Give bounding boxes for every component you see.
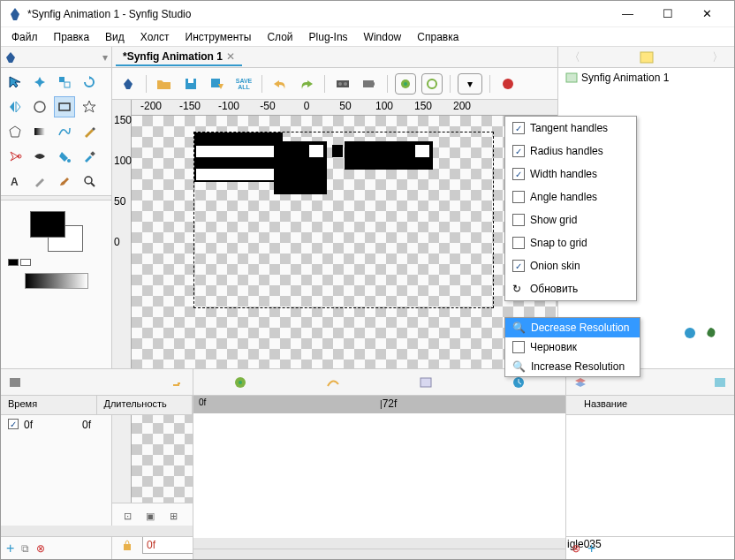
open-button[interactable] (154, 73, 175, 95)
draw-tool[interactable] (79, 121, 100, 142)
sketch-tool[interactable] (29, 170, 50, 192)
svg-point-16 (344, 82, 347, 86)
increase-resolution-item[interactable]: 🔍 Increase Resolution (505, 357, 640, 376)
refresh-item[interactable]: ↻Обновить (505, 277, 636, 300)
nav-next-icon[interactable]: 〉 (707, 49, 729, 65)
menu-file[interactable]: Файл (4, 29, 45, 45)
panel-menu-icon[interactable]: ▾ (102, 51, 108, 64)
close-tab-icon[interactable]: ✕ (226, 50, 235, 63)
menu-canvas[interactable]: Холст (133, 29, 177, 45)
onion-prev-button[interactable] (395, 73, 416, 95)
rectangle-layer-1[interactable] (274, 141, 327, 194)
nav-tab-icon[interactable] (640, 51, 654, 64)
rectangle-layer-3[interactable] (194, 132, 283, 182)
titlebar: *Synfig Animation 1 - Synfig Studio — ☐ … (1, 1, 734, 27)
record-button[interactable] (497, 73, 519, 95)
fill-tool[interactable] (54, 146, 75, 167)
fill-color-swatch[interactable] (30, 211, 65, 238)
width-handles-check[interactable]: ✓Width handles (505, 163, 636, 185)
close-button[interactable]: ✕ (687, 2, 727, 26)
preview-button[interactable] (359, 73, 380, 95)
rectangle-layer-2[interactable] (345, 141, 433, 170)
onion-skin-check[interactable]: ✓Onion skin (505, 254, 636, 277)
saveall-button[interactable]: SAVE ALL (233, 73, 254, 95)
key-tab-icon[interactable] (171, 376, 186, 389)
nav-prev-icon[interactable]: 〈 (564, 49, 586, 65)
default-white-swatch[interactable] (20, 259, 31, 266)
col-name[interactable]: Название (566, 396, 734, 415)
eyedrop-tool[interactable] (79, 146, 100, 167)
options-dropdown-button[interactable]: ▾ (458, 73, 482, 95)
menubar: Файл Правка Вид Холст Инструменты Слой P… (1, 27, 734, 47)
gradient-swatch[interactable] (25, 273, 88, 289)
layers-tab-icon[interactable] (573, 376, 587, 389)
smooth-move-tool[interactable] (29, 72, 50, 93)
gradient-tool[interactable] (29, 121, 50, 142)
keyframe-row[interactable]: ✓ 0f 0f (1, 415, 193, 435)
menu-plugins[interactable]: Plug-Ins (302, 29, 355, 45)
default-black-swatch[interactable] (8, 259, 19, 266)
view-options-popup: ✓Tangent handles ✓Radius handles ✓Width … (504, 116, 637, 301)
menu-help[interactable]: Справка (410, 29, 466, 45)
menu-window[interactable]: Window (357, 29, 409, 45)
params-tab-icon[interactable] (683, 326, 697, 340)
del-kf-icon[interactable]: ⊗ (36, 542, 45, 555)
menu-edit[interactable]: Правка (47, 29, 97, 45)
col-time[interactable]: Время (1, 396, 97, 414)
sets-tab-icon[interactable] (713, 376, 727, 389)
canvas-menu-icon[interactable] (117, 73, 139, 95)
menu-tools[interactable]: Инструменты (178, 29, 259, 45)
window-title: *Synfig Animation 1 - Synfig Studio (27, 8, 608, 20)
text-tool[interactable]: A (4, 170, 26, 192)
params-tab2-icon[interactable] (233, 375, 247, 390)
nav-file-entry[interactable]: Synfig Animation 1 (558, 68, 734, 87)
onion-next-button[interactable] (421, 73, 443, 95)
add-layer-icon[interactable]: + (587, 541, 595, 556)
document-tab[interactable]: *Synfig Animation 1 ✕ (116, 49, 242, 66)
star-tool[interactable] (79, 96, 100, 117)
rectangle-tool[interactable] (54, 96, 75, 117)
spline-tool[interactable] (54, 121, 75, 142)
cutout-tool[interactable] (4, 146, 26, 167)
redo-button[interactable] (296, 73, 317, 95)
mirror-tool[interactable] (4, 96, 26, 117)
timetrack-area[interactable] (193, 413, 565, 538)
menu-view[interactable]: Вид (98, 29, 132, 45)
del-layer-icon[interactable]: ⊗ (572, 542, 580, 555)
menu-layer[interactable]: Слой (260, 29, 299, 45)
render-button[interactable] (332, 73, 353, 95)
synfig-tab-icon[interactable] (4, 51, 17, 64)
snap-grid-check[interactable]: Snap to grid (505, 231, 636, 254)
maximize-button[interactable]: ☐ (648, 2, 687, 26)
save-button[interactable] (180, 73, 201, 95)
brush-tool[interactable] (54, 170, 75, 192)
tangent-handles-check[interactable]: ✓Tangent handles (505, 117, 636, 140)
draft-item[interactable]: Черновик (505, 337, 640, 357)
dup-kf-icon[interactable]: ⧉ (21, 542, 29, 555)
add-kf-icon[interactable]: + (6, 541, 14, 556)
timetrack-tab-icon[interactable] (419, 375, 433, 390)
show-grid-check[interactable]: Show grid (505, 208, 636, 231)
undo-button[interactable] (269, 73, 291, 95)
curves-tab-icon[interactable] (326, 375, 340, 390)
col-duration[interactable]: Длительность (97, 396, 193, 414)
rotate-tool[interactable] (79, 72, 100, 93)
angle-handles-check[interactable]: Angle handles (505, 185, 636, 208)
timeline-ruler[interactable]: 0f |72f (193, 396, 565, 413)
minimize-button[interactable]: — (608, 2, 648, 26)
svg-point-2 (34, 102, 45, 112)
svg-point-20 (428, 79, 436, 88)
polygon-tool[interactable] (4, 121, 26, 142)
layers-list[interactable] (566, 415, 734, 536)
zoom-tool[interactable] (79, 170, 100, 192)
saveas-button[interactable] (207, 73, 228, 95)
transform-tool[interactable] (4, 72, 26, 93)
width-tool[interactable] (29, 146, 50, 167)
children-tab-icon[interactable] (704, 326, 718, 340)
scale-tool[interactable] (54, 72, 75, 93)
radius-handles-check[interactable]: ✓Radius handles (505, 140, 636, 163)
keyframes-panel: Время Длительность ✓ 0f 0f + ⧉ ⊗ (1, 369, 193, 559)
keyframes-tab-icon[interactable] (8, 376, 22, 389)
circle-tool[interactable] (29, 96, 50, 117)
decrease-resolution-item[interactable]: 🔍 Decrease Resolution (505, 318, 640, 337)
